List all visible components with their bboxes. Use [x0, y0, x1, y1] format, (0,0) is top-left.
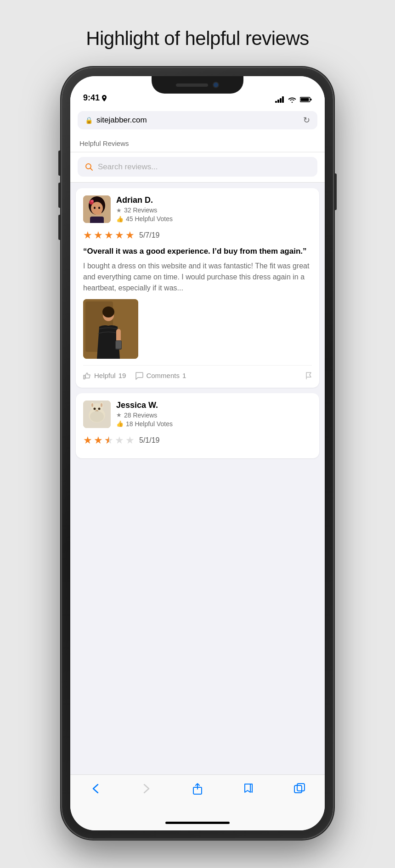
- star2-3: ★ ★: [104, 434, 113, 446]
- svg-rect-6: [301, 98, 309, 101]
- svg-rect-1: [277, 100, 279, 103]
- reviews-count-2: 28 Reviews: [124, 412, 157, 419]
- phone-shell: 9:41: [62, 68, 333, 839]
- back-button[interactable]: [84, 780, 107, 797]
- avatar-image-2: [83, 401, 111, 428]
- reviewer-header-2: Jessica W. ★ 28 Reviews 👍 18 Helpful Vot…: [83, 401, 312, 428]
- svg-rect-40: [297, 784, 305, 791]
- phone-notch: [152, 76, 243, 94]
- forward-icon: [143, 784, 150, 794]
- avatar-image: [83, 195, 111, 223]
- helpful-votes-2: 18 Helpful Votes: [126, 420, 173, 428]
- svg-rect-5: [310, 99, 312, 100]
- review-card: Adrian D. ★ 32 Reviews 👍 45 Helpful Vote…: [76, 188, 319, 388]
- home-indicator: [70, 815, 325, 830]
- thumb-icon: 👍: [116, 216, 124, 223]
- star-icon: ★: [116, 207, 122, 214]
- helpful-votes: 45 Helpful Votes: [126, 215, 173, 223]
- svg-point-30: [91, 403, 93, 407]
- page-title: Highlight of helpful reviews: [86, 28, 309, 50]
- flag-button[interactable]: [305, 371, 312, 380]
- reviewer-stats-reviews: ★ 32 Reviews: [116, 206, 173, 214]
- reviewer-stats-votes-2: 👍 18 Helpful Votes: [116, 420, 173, 428]
- star-3: ★: [104, 229, 113, 241]
- star-4: ★: [115, 229, 124, 241]
- svg-point-13: [98, 207, 100, 209]
- url-text: sitejabber.com: [96, 116, 147, 125]
- svg-rect-3: [282, 96, 284, 103]
- reviewer-info: Adrian D. ★ 32 Reviews 👍 45 Helpful Vote…: [116, 195, 173, 223]
- avatar: [83, 195, 111, 223]
- reviewer-info-2: Jessica W. ★ 28 Reviews 👍 18 Helpful Vot…: [116, 401, 173, 428]
- bookmarks-icon: [243, 783, 254, 794]
- thumbup-icon: [83, 372, 91, 380]
- battery-icon: [300, 96, 312, 103]
- review-text: I bought a dress on this website and it …: [83, 261, 312, 294]
- refresh-icon[interactable]: ↻: [303, 115, 310, 125]
- reviews-list: Adrian D. ★ 32 Reviews 👍 45 Helpful Vote…: [70, 183, 325, 774]
- search-input[interactable]: Search reviews...: [78, 157, 317, 177]
- svg-point-37: [90, 411, 104, 422]
- status-icons: [275, 96, 312, 103]
- chat-icon: [135, 372, 143, 380]
- review-card-2: Jessica W. ★ 28 Reviews 👍 18 Helpful Vot…: [76, 393, 319, 458]
- address-field[interactable]: 🔒 sitejabber.com ↻: [78, 111, 317, 129]
- svg-point-31: [101, 403, 102, 407]
- svg-point-12: [94, 207, 96, 209]
- star-icon-2: ★: [116, 412, 122, 418]
- review-date-2: 5/1/19: [139, 436, 159, 445]
- svg-rect-17: [95, 211, 102, 215]
- wifi-icon: [288, 96, 296, 103]
- svg-rect-0: [275, 101, 277, 103]
- review-actions: Helpful 19 Comments 1: [83, 365, 312, 380]
- svg-point-32: [94, 407, 96, 410]
- comments-button[interactable]: Comments 1: [135, 371, 186, 380]
- share-icon: [192, 783, 203, 795]
- tabs-button[interactable]: [288, 780, 311, 797]
- status-time: 9:41: [83, 93, 107, 103]
- svg-point-15: [91, 200, 94, 202]
- search-placeholder-text: Search reviews...: [98, 162, 158, 172]
- star2-1: ★: [83, 434, 92, 446]
- comments-label: Comments: [146, 372, 180, 379]
- comment-icon: [135, 371, 143, 380]
- review-date: 5/7/19: [139, 231, 159, 239]
- svg-rect-16: [90, 217, 104, 223]
- avatar-2: [83, 401, 111, 428]
- location-icon: [102, 95, 107, 101]
- reviewer-stats-reviews-2: ★ 28 Reviews: [116, 412, 173, 419]
- search-svg: [85, 163, 93, 171]
- review-rating-row-2: ★ ★ ★ ★ ★ ★ 5/1/19: [83, 434, 312, 446]
- stars-row: ★ ★ ★ ★ ★: [83, 229, 135, 241]
- lock-icon: 🔒: [85, 117, 93, 124]
- review-image: [83, 299, 138, 359]
- review-rating-row: ★ ★ ★ ★ ★ 5/7/19: [83, 229, 312, 241]
- star2-5: ★: [125, 434, 135, 446]
- bookmarks-button[interactable]: [237, 780, 260, 797]
- search-icon: [85, 162, 93, 172]
- svg-rect-24: [116, 341, 121, 349]
- tabs-icon: [294, 783, 305, 794]
- helpful-label: Helpful: [94, 372, 116, 379]
- star-1: ★: [83, 229, 92, 241]
- reviewer-header: Adrian D. ★ 32 Reviews 👍 45 Helpful Vote…: [83, 195, 312, 223]
- camera: [213, 82, 219, 88]
- forward-button[interactable]: [135, 780, 158, 797]
- address-bar: 🔒 sitejabber.com ↻: [70, 107, 325, 135]
- thumb-icon-2: 👍: [116, 420, 124, 427]
- phone-screen: 9:41: [70, 76, 325, 830]
- reviewer-stats-votes: 👍 45 Helpful Votes: [116, 215, 173, 223]
- helpful-icon: [83, 371, 91, 380]
- star2-4: ★: [115, 434, 124, 446]
- star-2: ★: [94, 229, 103, 241]
- address-left: 🔒 sitejabber.com: [85, 116, 147, 125]
- helpful-count: 19: [118, 372, 126, 379]
- comments-count: 1: [182, 372, 186, 379]
- reviewer-name: Adrian D.: [116, 195, 173, 205]
- helpful-button[interactable]: Helpful 19: [83, 371, 126, 380]
- share-button[interactable]: [186, 780, 209, 797]
- star-5: ★: [125, 229, 135, 241]
- svg-point-21: [102, 306, 114, 317]
- home-bar: [165, 822, 230, 824]
- svg-line-8: [90, 168, 93, 171]
